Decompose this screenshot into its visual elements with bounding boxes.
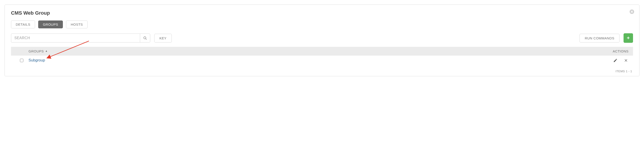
pagination-footer: ITEMS 1 - 1 <box>11 65 633 73</box>
toolbar: KEY RUN COMMANDS + <box>11 33 633 43</box>
tab-details[interactable]: DETAILS <box>11 21 35 28</box>
x-icon <box>624 58 628 63</box>
table-row: Subgroup <box>11 56 633 65</box>
close-icon <box>630 9 634 14</box>
tab-hosts[interactable]: HOSTS <box>66 21 88 28</box>
table-header-groups-label: GROUPS <box>28 49 44 53</box>
svg-point-1 <box>144 37 146 39</box>
run-commands-button[interactable]: RUN COMMANDS <box>580 34 620 43</box>
pencil-icon <box>613 58 618 63</box>
table-header: GROUPS ▲ ACTIONS <box>11 47 633 56</box>
table-column-actions: ACTIONS <box>613 49 630 53</box>
panel-container: CMS Web Group DETAILS GROUPS HOSTS KEY R… <box>4 5 640 76</box>
row-select-checkbox[interactable] <box>20 59 23 62</box>
table-column-groups[interactable]: GROUPS ▲ <box>28 49 48 53</box>
row-checkbox-cell <box>14 59 28 62</box>
row-actions <box>613 58 630 63</box>
key-button[interactable]: KEY <box>154 34 172 43</box>
search-wrap <box>11 34 150 43</box>
search-button[interactable] <box>140 34 150 43</box>
search-icon <box>143 36 147 40</box>
add-button[interactable]: + <box>624 33 633 43</box>
tab-groups[interactable]: GROUPS <box>38 21 63 28</box>
panel-title: CMS Web Group <box>11 10 633 16</box>
svg-line-2 <box>146 39 147 40</box>
tabs: DETAILS GROUPS HOSTS <box>11 21 633 28</box>
delete-row-button[interactable] <box>624 58 628 63</box>
plus-icon: + <box>627 35 630 41</box>
sort-ascending-icon: ▲ <box>45 50 48 52</box>
close-panel-button[interactable] <box>630 9 634 14</box>
search-input[interactable] <box>11 34 140 43</box>
edit-row-button[interactable] <box>613 58 618 63</box>
row-group-link[interactable]: Subgroup <box>28 58 45 63</box>
